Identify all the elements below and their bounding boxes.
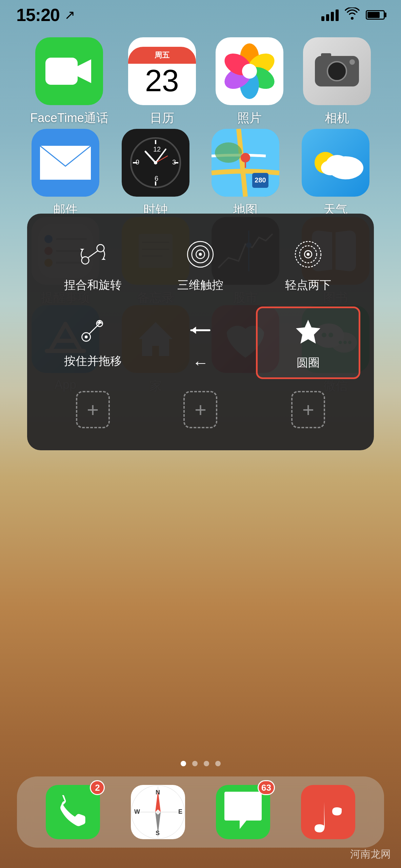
- svg-text:3: 3: [172, 158, 176, 166]
- gesture-press-drag[interactable]: 按住并拖移: [41, 307, 145, 379]
- svg-text:N: N: [156, 789, 160, 796]
- clock-icon: 12 6 9 3: [122, 129, 189, 197]
- svg-text:9: 9: [136, 158, 139, 166]
- svg-text:E: E: [178, 808, 182, 815]
- svg-marker-61: [101, 258, 106, 260]
- svg-marker-60: [80, 249, 84, 251]
- svg-point-27: [241, 153, 250, 162]
- svg-point-8: [242, 64, 257, 79]
- dock-messages[interactable]: 63: [216, 785, 270, 839]
- camera-label: 相机: [325, 110, 349, 126]
- app-photos[interactable]: 照片: [216, 37, 283, 126]
- svg-point-31: [321, 160, 340, 175]
- svg-point-69: [307, 253, 310, 256]
- gesture-add-2[interactable]: +: [148, 386, 253, 433]
- page-dots: [0, 761, 401, 766]
- app-clock[interactable]: 12 6 9 3 时钟: [122, 129, 189, 218]
- gesture-circle-label: 圆圈: [297, 355, 320, 371]
- gesture-add-3[interactable]: +: [256, 386, 360, 433]
- app-mail[interactable]: 邮件: [32, 129, 99, 218]
- signal-bar-4: [336, 9, 339, 21]
- app-camera[interactable]: 相机: [303, 37, 371, 126]
- gesture-swipe-left-label: ←: [192, 353, 208, 372]
- camera-icon: [303, 37, 371, 105]
- status-icons: [321, 7, 385, 23]
- page-dot-4[interactable]: [215, 761, 221, 766]
- signal-bars: [321, 9, 339, 21]
- calendar-icon: 周五 23: [128, 37, 196, 105]
- add-1-icon: +: [76, 393, 110, 427]
- circle-icon: [291, 315, 325, 349]
- svg-point-22: [154, 161, 157, 164]
- press-drag-icon: [76, 313, 110, 347]
- gesture-pinch-rotate[interactable]: 捏合和旋转: [41, 231, 145, 300]
- dock-phone[interactable]: 2: [46, 785, 100, 839]
- messages-badge: 63: [258, 780, 275, 795]
- dock-music[interactable]: [301, 785, 355, 839]
- svg-text:12: 12: [153, 145, 161, 153]
- double-tap-icon: [291, 237, 325, 271]
- gesture-circle[interactable]: 圆圈: [256, 307, 360, 379]
- mail-icon: [32, 129, 99, 197]
- maps-icon: 280: [212, 129, 279, 197]
- svg-text:280: 280: [255, 176, 266, 184]
- svg-text:W: W: [134, 808, 140, 815]
- app-weather[interactable]: 天气: [302, 129, 369, 218]
- facetime-label: FaceTime通话: [30, 110, 108, 126]
- add-3-icon: +: [291, 393, 325, 427]
- photos-label: 照片: [237, 110, 262, 126]
- calendar-label: 日历: [150, 110, 174, 126]
- page-dot-3[interactable]: [204, 761, 209, 766]
- svg-point-65: [199, 253, 202, 256]
- gesture-menu: 捏合和旋转 三维触控 轻点两下: [27, 214, 374, 450]
- app-row-2: 邮件 12 6 9 3: [0, 129, 401, 218]
- signal-bar-2: [326, 14, 329, 21]
- safari-icon: N S E W: [131, 785, 185, 839]
- calendar-weekday: 周五: [128, 47, 196, 64]
- status-time: 15:20: [16, 5, 60, 25]
- add-2-icon: +: [183, 393, 217, 427]
- app-facetime[interactable]: FaceTime通话: [30, 37, 108, 126]
- app-maps[interactable]: 280 地图: [212, 129, 279, 218]
- calendar-day: 23: [145, 65, 179, 96]
- weather-icon: [302, 129, 369, 197]
- gesture-3dtouch[interactable]: 三维触控: [148, 231, 253, 300]
- facetime-icon: [35, 37, 103, 105]
- svg-point-24: [215, 142, 242, 163]
- svg-marker-77: [296, 320, 320, 343]
- svg-text:6: 6: [155, 175, 158, 182]
- app-row-1: FaceTime通话 周五 23 日历 照片: [0, 37, 401, 126]
- page-dot-2[interactable]: [192, 761, 198, 766]
- wifi-icon: [345, 7, 360, 23]
- svg-rect-0: [45, 58, 78, 85]
- gesture-double-tap[interactable]: 轻点两下: [256, 231, 360, 300]
- svg-line-72: [89, 323, 100, 334]
- pinch-rotate-icon: [76, 237, 110, 271]
- gesture-double-tap-label: 轻点两下: [285, 277, 331, 293]
- status-bar: 15:20 ↗: [0, 0, 401, 30]
- battery-icon: [366, 10, 385, 20]
- svg-line-19: [145, 152, 156, 163]
- dock: 2 N S E W: [17, 776, 384, 848]
- watermark: 河南龙网: [350, 847, 391, 861]
- gesture-3dtouch-label: 三维触控: [177, 277, 223, 293]
- svg-marker-76: [191, 327, 196, 334]
- svg-marker-1: [78, 59, 91, 83]
- location-arrow-icon: ↗: [64, 7, 75, 22]
- svg-text:S: S: [156, 830, 160, 836]
- gesture-press-drag-label: 按住并拖移: [64, 353, 122, 369]
- page-dot-1[interactable]: [181, 761, 186, 766]
- swipe-left-icon: [183, 313, 217, 347]
- gesture-swipe-left[interactable]: ←: [148, 307, 253, 379]
- svg-point-71: [85, 335, 88, 338]
- app-calendar[interactable]: 周五 23 日历: [128, 37, 196, 126]
- gesture-add-1[interactable]: +: [41, 386, 145, 433]
- 3dtouch-icon: [183, 237, 217, 271]
- dock-safari[interactable]: N S E W: [131, 785, 185, 839]
- svg-line-59: [88, 251, 98, 258]
- signal-bar-3: [331, 12, 334, 21]
- phone-badge: 2: [90, 780, 105, 795]
- music-icon: [301, 785, 355, 839]
- signal-bar-1: [321, 16, 324, 21]
- photos-icon: [216, 37, 283, 105]
